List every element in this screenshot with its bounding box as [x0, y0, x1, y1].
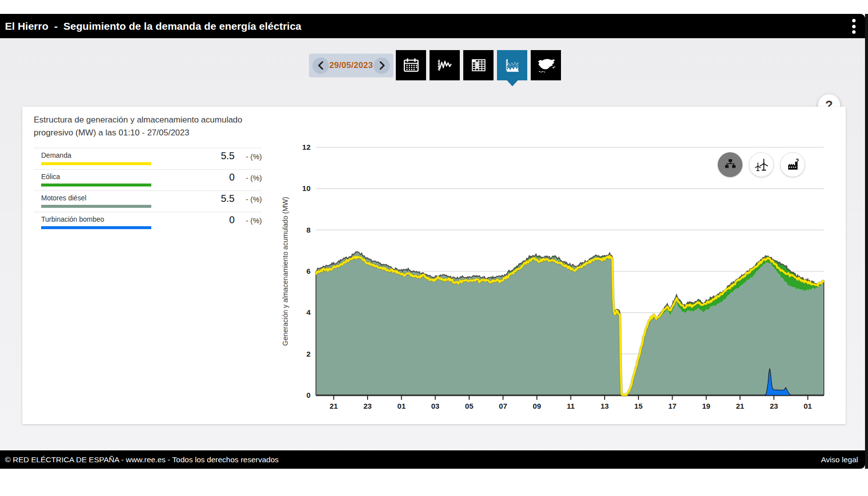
svg-text:8: 8	[307, 226, 310, 234]
legend-color-bar	[41, 205, 151, 208]
legend-row-turbinacion-bombeo[interactable]: Turbinación bombeo 0 - (%)	[34, 212, 262, 233]
legend-percent: - (%)	[217, 216, 262, 225]
legend-label: Eólica	[41, 173, 60, 181]
svg-text:19: 19	[702, 402, 710, 410]
diesel-filter-button[interactable]	[780, 152, 805, 177]
svg-text:10: 10	[302, 184, 310, 192]
svg-text:15: 15	[634, 402, 643, 410]
legend-label: Motores diésel	[41, 194, 86, 202]
panel-title: Estructura de generación y almacenamient…	[34, 114, 267, 139]
all-generation-filter-button[interactable]	[718, 152, 743, 177]
area-chart-icon	[503, 57, 521, 74]
svg-text:6: 6	[307, 267, 310, 275]
table-icon	[470, 57, 488, 74]
calendar-view-button[interactable]	[396, 50, 426, 80]
legend-color-bar	[41, 184, 151, 186]
kebab-dot	[852, 30, 856, 34]
svg-text:01: 01	[397, 402, 406, 410]
svg-text:2: 2	[307, 350, 310, 358]
svg-text:Generación y almacenamiento ac: Generación y almacenamiento acumulado (M…	[281, 197, 289, 346]
legend-label: Turbinación bombeo	[41, 215, 104, 223]
panel-title-line2: progresivo (MW) a las 01:10 - 27/05/2023	[34, 126, 267, 139]
kebab-dot	[852, 19, 856, 22]
svg-text:09: 09	[533, 402, 541, 410]
svg-text:23: 23	[364, 402, 372, 410]
footer-bar: © RED ELÉCTRICA DE ESPAÑA - www.ree.es -…	[0, 450, 865, 469]
legend-label: Demanda	[41, 151, 71, 159]
copyright-text: © RED ELÉCTRICA DE ESPAÑA - www.ree.es -…	[0, 455, 279, 464]
factory-icon	[786, 158, 800, 172]
svg-text:05: 05	[465, 402, 474, 410]
svg-text:13: 13	[601, 402, 609, 410]
spain-map-icon	[536, 56, 556, 75]
svg-text:4: 4	[307, 308, 311, 316]
next-day-button[interactable]	[373, 58, 390, 74]
app-screen: El Hierro - Seguimiento de la demanda de…	[0, 0, 868, 496]
svg-text:17: 17	[668, 402, 677, 410]
svg-text:11: 11	[567, 402, 575, 410]
legend-row-eolica[interactable]: Eólica 0 - (%)	[34, 169, 262, 190]
kebab-dot	[852, 25, 856, 28]
legend-row-motores-diesel[interactable]: Motores diésel 5.5 - (%)	[34, 190, 262, 212]
line-chart-view-button[interactable]	[430, 50, 460, 80]
spain-map-view-button[interactable]	[531, 50, 561, 80]
aviso-legal-link[interactable]: Aviso legal	[821, 455, 865, 464]
svg-text:23: 23	[770, 402, 778, 410]
legend-color-bar	[41, 162, 151, 165]
legend-percent: - (%)	[217, 152, 262, 161]
svg-text:12: 12	[302, 143, 310, 151]
wind-turbine-icon	[754, 158, 768, 172]
svg-text:0: 0	[307, 391, 310, 399]
table-view-button[interactable]	[463, 50, 494, 80]
selected-view-caret	[507, 80, 518, 86]
org-chart-icon	[724, 159, 737, 171]
legend-color-bar	[41, 226, 151, 229]
area-chart-view-button[interactable]	[497, 50, 527, 80]
date-navigator: 29/05/2023	[309, 54, 393, 77]
line-chart-icon	[436, 57, 454, 74]
legend-percent: - (%)	[217, 174, 262, 182]
chevron-left-icon	[318, 61, 324, 70]
generation-filter-buttons	[718, 152, 805, 177]
header-bar: El Hierro - Seguimiento de la demanda de…	[0, 14, 865, 38]
svg-text:21: 21	[736, 402, 744, 410]
calendar-icon	[402, 57, 420, 74]
panel-title-line1: Estructura de generación y almacenamient…	[34, 114, 267, 126]
legend-row-demanda[interactable]: Demanda 5.5 - (%)	[34, 148, 262, 169]
page-title: El Hierro - Seguimiento de la demanda de…	[0, 20, 302, 32]
chart-legend: Demanda 5.5 - (%) Eólica 0 - (%) Motores…	[34, 148, 262, 233]
svg-text:21: 21	[329, 402, 338, 410]
view-switcher	[396, 50, 561, 80]
wind-filter-button[interactable]	[749, 152, 774, 177]
prev-day-button[interactable]	[312, 58, 329, 74]
svg-text:01: 01	[804, 402, 812, 410]
svg-text:07: 07	[499, 402, 507, 410]
svg-text:03: 03	[431, 402, 439, 410]
window-right-border	[865, 14, 868, 469]
overflow-menu-button[interactable]	[849, 18, 858, 35]
legend-percent: - (%)	[217, 195, 262, 203]
current-date: 29/05/2023	[329, 61, 373, 70]
chevron-right-icon	[379, 61, 385, 70]
